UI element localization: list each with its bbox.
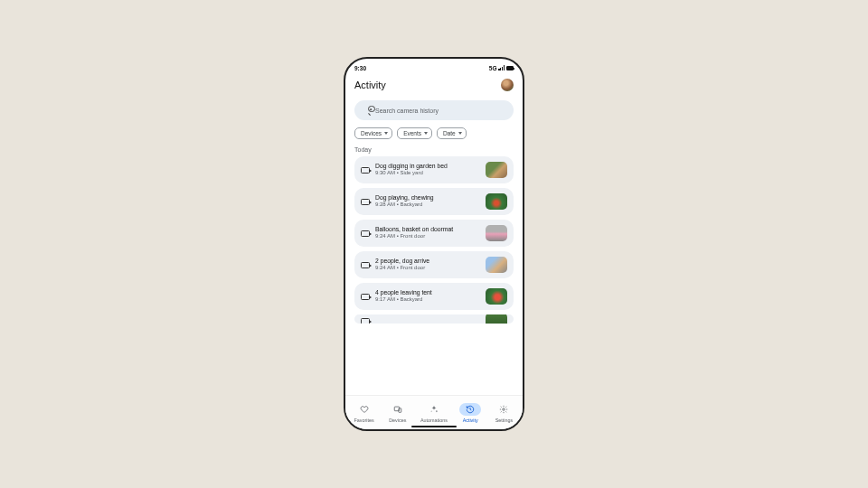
event-thumbnail bbox=[486, 314, 507, 324]
chevron-down-icon bbox=[384, 132, 388, 135]
event-title: 2 people, dog arrive bbox=[375, 258, 480, 265]
activity-card[interactable]: Dog digging in garden bed 9:30 AM • Side… bbox=[354, 156, 514, 183]
page-title: Activity bbox=[354, 80, 386, 90]
status-bar: 9:30 5G bbox=[345, 59, 523, 73]
chevron-down-icon bbox=[458, 132, 462, 135]
search-placeholder: Search camera history bbox=[375, 108, 439, 114]
battery-icon bbox=[506, 66, 514, 70]
nav-label: Automations bbox=[420, 418, 448, 423]
avatar[interactable] bbox=[501, 79, 514, 91]
nav-favorites[interactable]: Favorites bbox=[354, 403, 375, 423]
filter-date[interactable]: Date bbox=[437, 127, 467, 139]
signal-icon bbox=[498, 65, 505, 70]
devices-icon bbox=[393, 405, 402, 415]
event-title: Balloons, basket on doormat bbox=[375, 226, 480, 233]
history-icon bbox=[466, 405, 475, 415]
home-indicator bbox=[411, 426, 457, 428]
sparkle-icon bbox=[429, 405, 439, 415]
camera-icon bbox=[361, 318, 370, 324]
svg-point-2 bbox=[503, 408, 505, 411]
header: Activity bbox=[345, 73, 523, 95]
nav-settings[interactable]: Settings bbox=[493, 403, 514, 423]
nav-label: Settings bbox=[495, 418, 513, 423]
camera-icon bbox=[361, 199, 370, 205]
nav-label: Favorites bbox=[354, 418, 374, 423]
network-label: 5G bbox=[489, 65, 497, 71]
activity-card[interactable]: Balloons, basket on doormat 9:24 AM • Fr… bbox=[354, 220, 514, 247]
nav-devices[interactable]: Devices bbox=[387, 403, 409, 423]
event-subtitle: 9:24 AM • Front door bbox=[375, 265, 480, 272]
event-subtitle: 9:24 AM • Front door bbox=[375, 233, 480, 240]
search-icon bbox=[362, 107, 370, 115]
camera-icon bbox=[361, 262, 370, 268]
phone-frame: 9:30 5G Activity Search camera history D… bbox=[344, 57, 524, 431]
filter-devices[interactable]: Devices bbox=[354, 127, 392, 139]
nav-activity[interactable]: Activity bbox=[459, 403, 481, 423]
event-title: Dog playing, chewing bbox=[375, 194, 480, 202]
event-title: 4 people leaving tent bbox=[375, 289, 480, 296]
activity-card[interactable]: 2 people, dog arrive 9:24 AM • Front doo… bbox=[354, 251, 514, 278]
event-title: Dog digging in garden bed bbox=[375, 163, 480, 170]
event-subtitle: 9:17 AM • Backyard bbox=[375, 296, 480, 304]
camera-icon bbox=[361, 294, 370, 300]
heart-icon bbox=[360, 405, 369, 415]
event-thumbnail bbox=[486, 162, 507, 178]
nav-label: Activity bbox=[463, 418, 478, 423]
gear-icon bbox=[499, 405, 508, 415]
filter-events[interactable]: Events bbox=[397, 127, 432, 139]
activity-list[interactable]: Dog digging in garden bed 9:30 AM • Side… bbox=[345, 156, 523, 395]
nav-automations[interactable]: Automations bbox=[420, 403, 448, 423]
section-label: Today bbox=[345, 145, 523, 156]
bottom-nav: Favorites Devices Automations Activity S… bbox=[345, 395, 523, 429]
event-thumbnail bbox=[486, 193, 507, 210]
search-input[interactable]: Search camera history bbox=[354, 100, 514, 120]
event-thumbnail bbox=[486, 257, 507, 273]
nav-label: Devices bbox=[389, 418, 406, 423]
activity-card[interactable] bbox=[354, 314, 514, 324]
event-thumbnail bbox=[486, 225, 507, 241]
activity-card[interactable]: 4 people leaving tent 9:17 AM • Backyard bbox=[354, 283, 514, 310]
event-subtitle: 9:28 AM • Backyard bbox=[375, 202, 480, 209]
camera-icon bbox=[361, 167, 370, 174]
event-thumbnail bbox=[486, 288, 507, 305]
status-indicators: 5G bbox=[489, 65, 514, 71]
camera-icon bbox=[361, 230, 370, 237]
status-time: 9:30 bbox=[354, 65, 366, 71]
activity-card[interactable]: Dog playing, chewing 9:28 AM • Backyard bbox=[354, 188, 514, 215]
filter-chips: Devices Events Date bbox=[345, 126, 523, 145]
event-subtitle: 9:30 AM • Side yard bbox=[375, 170, 480, 177]
chevron-down-icon bbox=[424, 132, 428, 135]
